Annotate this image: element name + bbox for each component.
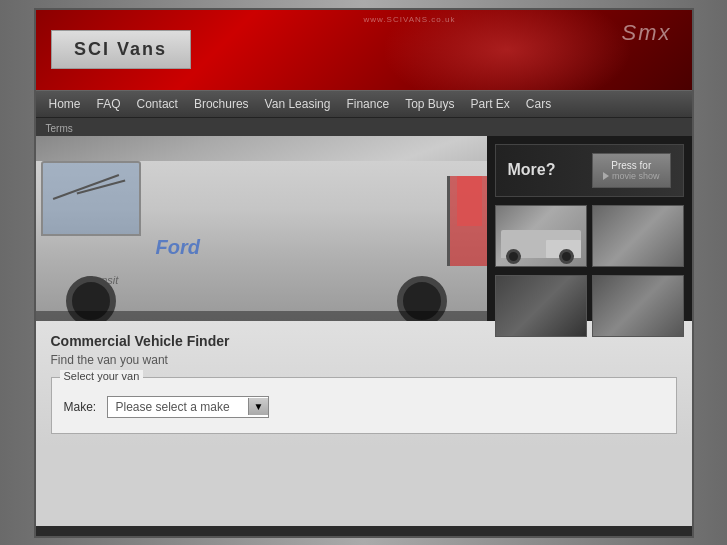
nav-van-leasing[interactable]: Van Leasing (257, 93, 339, 115)
nav-brochures[interactable]: Brochures (186, 93, 257, 115)
main-container: SCI Vans www.SCIVANS.co.uk Smx Home FAQ … (34, 8, 694, 538)
terms-link[interactable]: Terms (46, 123, 73, 134)
nav-bar: Home FAQ Contact Brochures Van Leasing F… (36, 90, 692, 118)
content-area: Commercial Vehicle Finder Find the van y… (36, 321, 692, 446)
nav-cars[interactable]: Cars (518, 93, 559, 115)
sub-nav: Terms (36, 118, 692, 136)
more-label: More? (508, 161, 556, 179)
press-label: Press for (603, 160, 660, 171)
select-group-legend: Select your van (60, 370, 144, 382)
nav-part-ex[interactable]: Part Ex (463, 93, 518, 115)
thumbnail-van-side[interactable] (592, 275, 684, 337)
site-logo: SCI Vans (51, 30, 191, 69)
thumbnail-van-interior[interactable] (495, 275, 587, 337)
make-dropdown-arrow[interactable]: ▼ (248, 398, 269, 415)
header-tagline: www.SCIVANS.co.uk (364, 15, 456, 24)
nav-home[interactable]: Home (41, 93, 89, 115)
make-select-text: Please select a make (108, 397, 248, 417)
select-box-group: Select your van Make: Please select a ma… (51, 377, 677, 434)
thumbnail-row-2 (495, 275, 684, 337)
press-for-button[interactable]: Press for movie show (592, 153, 671, 188)
nav-faq[interactable]: FAQ (89, 93, 129, 115)
make-row: Make: Please select a make ▼ (64, 396, 664, 418)
header: SCI Vans www.SCIVANS.co.uk Smx (36, 10, 692, 90)
movie-show-label: movie show (603, 171, 660, 181)
outer-frame: SCI Vans www.SCIVANS.co.uk Smx Home FAQ … (0, 0, 727, 545)
thumbnail-row-1 (495, 205, 684, 267)
nav-finance[interactable]: Finance (338, 93, 397, 115)
thumbnail-car[interactable] (592, 205, 684, 267)
section-subtitle: Find the van you want (51, 353, 677, 367)
make-label: Make: (64, 400, 99, 414)
hero-side-panel: More? Press for movie show (487, 136, 692, 321)
nav-top-buys[interactable]: Top Buys (397, 93, 462, 115)
play-icon (603, 172, 609, 180)
nav-contact[interactable]: Contact (129, 93, 186, 115)
more-banner: More? Press for movie show (495, 144, 684, 197)
thumbnail-pickup-truck[interactable] (495, 205, 587, 267)
make-select-wrapper[interactable]: Please select a make ▼ (107, 396, 270, 418)
hero-van-image: Ford Transit (36, 136, 487, 321)
brand-name: Smx (622, 20, 672, 46)
bottom-spacer (36, 446, 692, 526)
hero-section: Ford Transit More? Press for (36, 136, 692, 321)
